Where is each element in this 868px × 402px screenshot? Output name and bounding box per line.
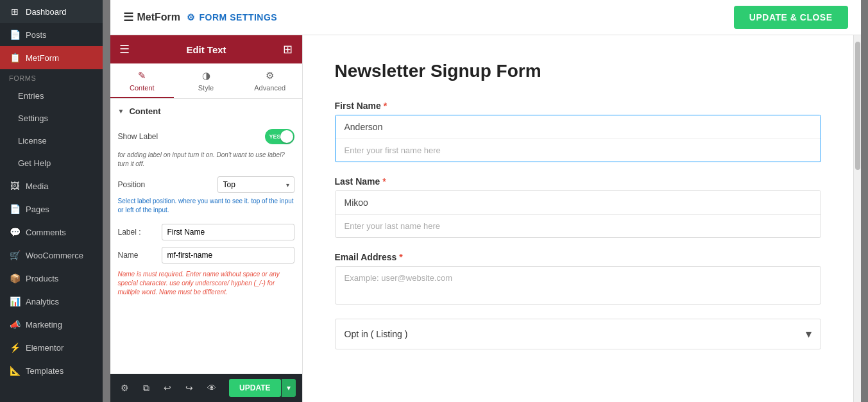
posts-icon: 📄 xyxy=(9,29,21,40)
tab-style[interactable]: ◑ Style xyxy=(174,63,238,98)
sidebar-item-label: Posts xyxy=(26,30,47,40)
editor-hamburger-icon[interactable]: ☰ xyxy=(119,42,130,56)
sidebar-item-get-help[interactable]: Get Help xyxy=(0,152,103,174)
first-name-input-box[interactable]: Anderson Enter your first name here xyxy=(335,115,821,162)
content-tab-label: Content xyxy=(130,84,155,92)
first-name-placeholder: Enter your first name here xyxy=(336,139,821,162)
label-field-label: Label : xyxy=(118,228,157,237)
sidebar-item-metform[interactable]: 📋 MetForm xyxy=(0,46,103,69)
scrollbar-thumb xyxy=(855,42,860,170)
woocommerce-icon: 🛒 xyxy=(9,250,21,260)
footer-layers-icon[interactable]: ⧉ xyxy=(139,380,153,396)
sidebar-item-label: Pages xyxy=(26,205,49,214)
elementor-icon: ⚡ xyxy=(9,342,21,353)
position-select[interactable]: Top Left Right xyxy=(217,176,294,193)
sidebar-item-label: Dashboard xyxy=(26,7,67,17)
advanced-tab-icon: ⚙ xyxy=(266,70,274,81)
sidebar-item-label: MetForm xyxy=(26,53,59,63)
tab-content[interactable]: ✎ Content xyxy=(110,63,174,98)
name-field-input[interactable] xyxy=(162,247,294,264)
metform-logo-text: MetForm xyxy=(137,12,181,23)
sidebar-item-label: WooCommerce xyxy=(26,251,83,260)
sidebar-item-woocommerce[interactable]: 🛒 WooCommerce xyxy=(0,244,103,267)
modal: ☰ MetForm ⚙ FORM SETTINGS UPDATE & CLOSE xyxy=(110,0,861,402)
name-hint: Name is must required. Enter name withou… xyxy=(118,270,294,297)
position-label: Position xyxy=(118,180,146,189)
label-input-row: Label : xyxy=(118,224,294,240)
first-name-value: Anderson xyxy=(336,115,821,139)
sidebar-item-analytics[interactable]: 📊 Analytics xyxy=(0,290,103,313)
editor-panel: ☰ Edit Text ⊞ ✎ Content ◑ Style xyxy=(110,35,303,402)
show-label-toggle[interactable]: YES xyxy=(265,129,294,144)
footer-redo-icon[interactable]: ↪ xyxy=(182,380,197,396)
products-icon: 📦 xyxy=(9,273,21,283)
media-icon: 🖼 xyxy=(9,181,21,191)
sidebar-item-settings[interactable]: Settings xyxy=(0,107,103,130)
sidebar-item-label: Comments xyxy=(26,228,66,237)
show-label-label: Show Label xyxy=(118,132,158,141)
sidebar-item-label: Marketing xyxy=(26,320,62,330)
email-placeholder: Example: user@website.com xyxy=(336,267,821,289)
footer-icons: ⚙ ⧉ ↩ ↪ 👁 xyxy=(117,380,220,396)
first-name-label: First Name * xyxy=(335,101,821,111)
name-input-row: Name xyxy=(118,247,294,264)
sidebar-item-entries[interactable]: Entries xyxy=(0,85,103,107)
sidebar-item-elementor[interactable]: ⚡ Elementor xyxy=(0,336,103,359)
section-arrow-icon: ▼ xyxy=(118,108,124,115)
sidebar-item-label: Analytics xyxy=(26,297,59,306)
form-field-email: Email Address * Example: user@website.co… xyxy=(335,252,821,305)
toggle-yes-text: YES xyxy=(269,133,281,140)
last-name-required-star: * xyxy=(382,176,386,187)
first-name-required-star: * xyxy=(384,101,387,111)
editor-grid-icon[interactable]: ⊞ xyxy=(283,42,293,56)
position-row: Position Top Left Right xyxy=(118,176,294,193)
comments-icon: 💬 xyxy=(9,227,21,237)
form-field-last-name: Last Name * Mikoo Enter your last name h… xyxy=(335,176,821,238)
sidebar-item-posts[interactable]: 📄 Posts xyxy=(0,23,103,46)
footer-undo-icon[interactable]: ↩ xyxy=(160,380,175,396)
show-label-row: Show Label YES xyxy=(118,129,294,144)
sidebar-item-products[interactable]: 📦 Products xyxy=(0,267,103,290)
metform-bars-icon: ☰ xyxy=(123,10,133,24)
sidebar-item-comments[interactable]: 💬 Comments xyxy=(0,221,103,244)
form-settings-button[interactable]: ⚙ FORM SETTINGS xyxy=(187,12,277,22)
sidebar-section-forms: Forms xyxy=(0,69,103,85)
sidebar-item-license[interactable]: License xyxy=(0,130,103,152)
sidebar-item-dashboard[interactable]: ⊞ Dashboard xyxy=(0,0,103,23)
position-select-wrapper: Top Left Right xyxy=(217,176,294,193)
name-field-label: Name xyxy=(118,251,157,260)
sidebar-item-templates[interactable]: 📐 Templates xyxy=(0,359,103,382)
update-arrow-button[interactable]: ▾ xyxy=(282,379,296,397)
editor-title: Edit Text xyxy=(186,44,226,55)
sidebar-item-marketing[interactable]: 📣 Marketing xyxy=(0,313,103,336)
last-name-placeholder: Enter your last name here xyxy=(336,215,821,237)
modal-header: ☰ MetForm ⚙ FORM SETTINGS UPDATE & CLOSE xyxy=(110,0,861,35)
update-close-button[interactable]: UPDATE & CLOSE xyxy=(734,6,848,29)
sidebar-item-media[interactable]: 🖼 Media xyxy=(0,174,103,197)
form-field-first-name: First Name * Anderson Enter your first n… xyxy=(335,101,821,162)
gear-icon: ⚙ xyxy=(187,12,196,22)
label-hint: for adding label on input turn it on. Do… xyxy=(118,151,294,169)
modal-header-left: ☰ MetForm ⚙ FORM SETTINGS xyxy=(123,10,278,24)
section-header-content: ▼ Content xyxy=(118,106,294,120)
editor-header: ☰ Edit Text ⊞ xyxy=(110,35,302,63)
sidebar-item-pages[interactable]: 📄 Pages xyxy=(0,197,103,221)
footer-preview-icon[interactable]: 👁 xyxy=(203,380,220,396)
preview-scrollbar[interactable] xyxy=(853,35,861,402)
tab-advanced[interactable]: ⚙ Advanced xyxy=(238,63,302,98)
editor-footer: ⚙ ⧉ ↩ ↪ 👁 UPDATE ▾ xyxy=(110,374,302,402)
sidebar-item-label: Templates xyxy=(26,366,64,376)
sidebar-item-label: License xyxy=(18,136,47,146)
last-name-value: Mikoo xyxy=(336,191,821,215)
opt-in-row[interactable]: Opt in ( Listing ) ▾ xyxy=(335,319,821,349)
label-field-input[interactable] xyxy=(162,224,294,240)
sidebar-item-label: Media xyxy=(26,181,48,191)
email-input-box[interactable]: Example: user@website.com xyxy=(335,266,821,305)
editor-content: ▼ Content Show Label YES for adding labe… xyxy=(110,99,302,374)
update-button[interactable]: UPDATE xyxy=(229,379,280,397)
footer-settings-icon[interactable]: ⚙ xyxy=(117,380,133,396)
email-label: Email Address * xyxy=(335,252,821,262)
modal-body: ☰ Edit Text ⊞ ✎ Content ◑ Style xyxy=(110,35,861,402)
last-name-input-box[interactable]: Mikoo Enter your last name here xyxy=(335,190,821,238)
sidebar-item-label: Settings xyxy=(18,113,48,123)
